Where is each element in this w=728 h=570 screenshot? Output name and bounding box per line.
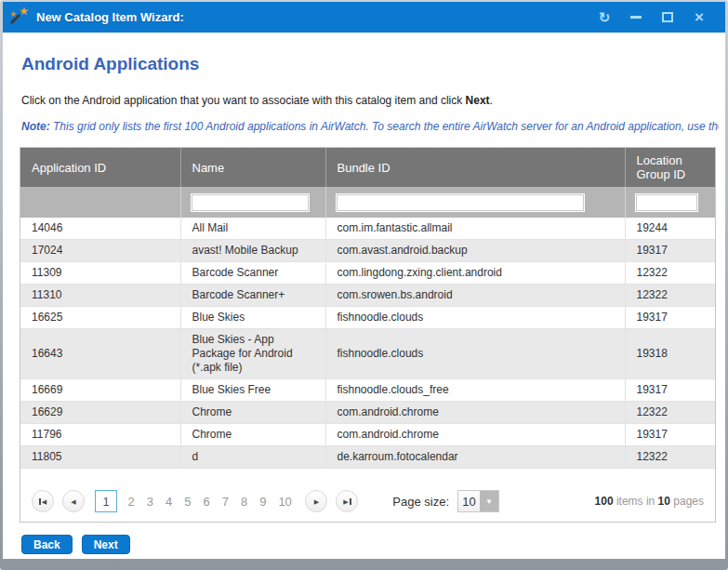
instruction-next-word: Next — [466, 94, 490, 107]
items-summary: 100 items in 10 pages — [595, 495, 704, 508]
filter-cell-location-group-id — [625, 187, 715, 218]
last-page-button[interactable]: ▶ — [336, 490, 358, 512]
table-row[interactable]: 16643 Blue Skies - App Package for Andro… — [20, 329, 715, 379]
next-button[interactable]: Next — [82, 535, 130, 554]
instruction-prefix: Click on the Android application that yo… — [21, 94, 466, 107]
page-button[interactable]: 10 — [278, 495, 291, 509]
instruction-suffix: . — [490, 94, 493, 107]
column-header-name[interactable]: Name — [180, 148, 325, 187]
page-button[interactable]: 6 — [203, 495, 209, 509]
pages-count: 10 — [658, 495, 670, 508]
table-row[interactable]: 16629 Chrome com.android.chrome 12322 — [20, 402, 715, 424]
page-button[interactable]: 8 — [241, 495, 247, 509]
column-header-bundle-id[interactable]: Bundle ID — [325, 148, 625, 187]
first-page-button[interactable]: ◀ — [32, 490, 54, 512]
footer-buttons: Back Next — [21, 535, 725, 554]
table-row[interactable]: 16625 Blue Skies fishnoodle.clouds 19317 — [20, 307, 715, 329]
page-button-current[interactable]: 1 — [95, 490, 117, 512]
page-title: Android Applications — [21, 54, 725, 74]
table-row[interactable]: 16669 Blue Skies Free fishnoodle.clouds_… — [20, 379, 715, 402]
page-button[interactable]: 4 — [165, 495, 172, 509]
instruction-text: Click on the Android application that yo… — [21, 94, 725, 107]
wizard-icon: ★ ★ — [11, 9, 29, 25]
note-text: Note: This grid only lists the first 100… — [21, 120, 719, 133]
location-group-id-filter-input[interactable] — [635, 193, 698, 212]
page-size-select[interactable]: 10 ▼ — [457, 490, 499, 512]
pager: ◀ ◀ 1 2 3 4 5 6 7 8 9 10 ▶ ▶ Page size: — [20, 481, 715, 522]
filter-cell-name — [180, 187, 325, 218]
note-label: Note: — [21, 120, 50, 133]
table-row[interactable]: 11805 d de.karroum.fotocalendar 12322 — [20, 446, 715, 469]
page-button[interactable]: 2 — [128, 495, 135, 509]
name-filter-input[interactable] — [191, 193, 310, 212]
wizard-window: ★ ★ New Catalog Item Wizard: ↻ × Android… — [3, 2, 725, 559]
next-page-icon: ▶ — [314, 498, 319, 505]
close-icon[interactable]: × — [688, 7, 710, 28]
note-body: This grid only lists the first 100 Andro… — [50, 120, 719, 133]
applications-grid: Application ID Name Bundle ID Location G… — [20, 147, 716, 523]
first-page-icon: ◀ — [42, 498, 46, 505]
titlebar: ★ ★ New Catalog Item Wizard: ↻ × — [3, 2, 725, 33]
applications-table: Application ID Name Bundle ID Location G… — [20, 148, 715, 469]
items-count: 100 — [595, 495, 614, 508]
page-size-value: 10 — [458, 491, 480, 511]
filter-row — [20, 187, 715, 218]
last-page-icon: ▶ — [343, 498, 348, 505]
table-row[interactable]: 11310 Barcode Scanner+ com.srowen.bs.and… — [20, 285, 715, 307]
page-button[interactable]: 3 — [147, 495, 153, 509]
bundle-id-filter-input[interactable] — [336, 193, 585, 212]
prev-page-button[interactable]: ◀ — [62, 490, 85, 512]
column-header-location-group-id[interactable]: Location Group ID — [625, 148, 715, 187]
refresh-icon[interactable]: ↻ — [593, 7, 615, 28]
window-controls: ↻ × — [584, 7, 710, 28]
window-title: New Catalog Item Wizard: — [36, 10, 184, 24]
page-size-label: Page size: — [392, 495, 449, 509]
wizard-content: Android Applications Click on the Androi… — [3, 33, 725, 559]
header-row: Application ID Name Bundle ID Location G… — [20, 148, 715, 187]
table-row[interactable]: 11309 Barcode Scanner com.lingdong.zxing… — [20, 262, 715, 285]
back-button[interactable]: Back — [21, 535, 73, 554]
filter-cell-application-id — [20, 187, 180, 218]
maximize-glyph — [662, 12, 673, 22]
next-page-button[interactable]: ▶ — [305, 490, 327, 512]
minimize-glyph — [630, 16, 642, 19]
table-row[interactable]: 17024 avast! Mobile Backup com.avast.and… — [20, 240, 715, 262]
star-icon: ★ — [9, 10, 17, 19]
page-button[interactable]: 9 — [259, 495, 266, 509]
window-frame: ★ ★ New Catalog Item Wizard: ↻ × Android… — [0, 0, 728, 570]
prev-page-icon: ◀ — [71, 498, 75, 505]
maximize-icon[interactable] — [656, 7, 679, 28]
star-icon: ★ — [19, 6, 29, 17]
chevron-down-icon[interactable]: ▼ — [480, 491, 498, 511]
page-button[interactable]: 5 — [184, 495, 191, 509]
table-row[interactable]: 11796 Chrome com.android.chrome 19317 — [20, 424, 715, 446]
table-row[interactable]: 14046 All Mail com.im.fantastic.allmail … — [20, 218, 715, 240]
column-header-application-id[interactable]: Application ID — [20, 148, 180, 187]
filter-cell-bundle-id — [325, 187, 625, 218]
minimize-icon[interactable] — [625, 7, 647, 28]
page-button[interactable]: 7 — [222, 495, 229, 509]
